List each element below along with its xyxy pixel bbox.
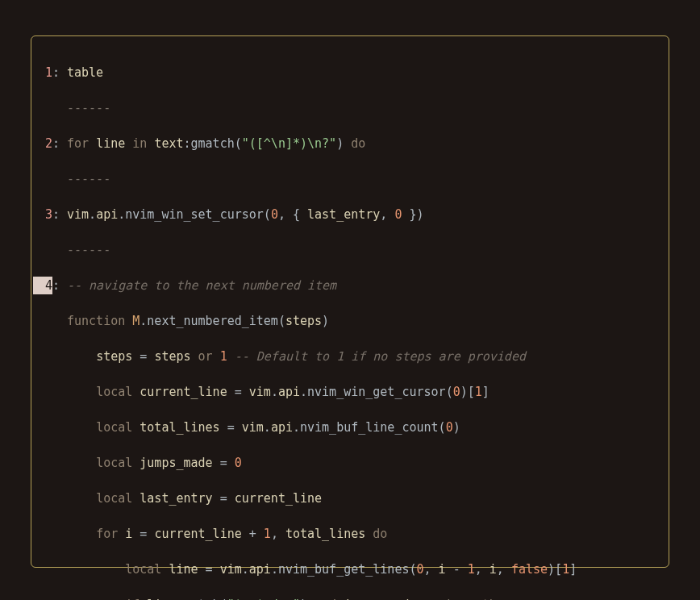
lineno-1: 1: [33, 64, 52, 81]
code-line: local current_line = vim.api.nvim_win_ge…: [64, 383, 490, 401]
dot: .: [293, 420, 300, 435]
comma: ,: [424, 562, 431, 577]
code-line: if line:match("^%s*%d+:") and jumps_made…: [64, 596, 511, 600]
dot: .: [271, 562, 278, 577]
lineno-sep: :: [52, 135, 64, 152]
indent: [67, 385, 96, 399]
code-block[interactable]: 1:table ------ 2:for line in text:gmatch…: [33, 46, 667, 600]
token: table: [67, 65, 103, 80]
entry-2: 2:for line in text:gmatch("([^\n]*)\n?")…: [33, 135, 667, 152]
space: [365, 527, 373, 541]
paren: (: [439, 420, 446, 435]
entry-4-l3: steps = steps or 1 -- Default to 1 if no…: [33, 348, 667, 365]
space: [227, 456, 235, 470]
paren: ): [417, 207, 424, 222]
entry-4-l1: 4:-- navigate to the next numbered item: [33, 277, 667, 294]
lineno-3: 3: [33, 206, 52, 223]
kw-do: do: [373, 527, 387, 541]
lineno-sep: :: [52, 206, 64, 223]
code-line: steps = steps or 1 -- Default to 1 if no…: [64, 348, 526, 365]
space: [256, 527, 264, 541]
ident: vim: [249, 385, 271, 399]
code-line: function M.next_numbered_item(steps): [64, 312, 329, 330]
bracket: ]: [569, 562, 577, 577]
space: [235, 420, 242, 435]
dot: .: [140, 314, 147, 328]
brace: {: [293, 207, 300, 222]
op: :: [184, 136, 191, 151]
fn: nvim_buf_get_lines: [278, 562, 410, 577]
op: =: [235, 385, 242, 399]
space: [132, 349, 140, 364]
ident: current_line: [235, 491, 322, 506]
bracket: [: [468, 385, 475, 399]
ident: api: [249, 562, 271, 577]
paren: ): [548, 562, 555, 577]
kw-local: local: [125, 562, 161, 577]
paren: ): [453, 420, 460, 435]
space: [213, 456, 220, 470]
ident: steps: [154, 349, 190, 364]
comma: ,: [278, 207, 285, 222]
ident: current_line: [140, 385, 227, 399]
fn: nvim_win_get_cursor: [307, 385, 446, 399]
ident: total_lines: [285, 527, 365, 541]
space: [132, 385, 140, 399]
paren: (: [409, 562, 416, 577]
ident: text: [154, 136, 183, 151]
kw-local: local: [96, 385, 132, 399]
code-line: local total_lines = vim.api.nvim_buf_lin…: [64, 419, 460, 436]
ident: last_entry: [140, 491, 212, 506]
op: =: [140, 527, 147, 541]
space: [446, 562, 453, 577]
fn: gmatch: [191, 136, 235, 151]
fn: nvim_win_set_cursor: [125, 207, 264, 222]
dot: .: [264, 420, 271, 435]
num: 0: [417, 562, 424, 577]
space: [242, 527, 249, 541]
kw-local: local: [96, 456, 132, 470]
kw-local: local: [96, 420, 132, 435]
brace: }: [409, 207, 416, 222]
op: +: [249, 527, 256, 541]
comma: ,: [475, 562, 482, 577]
ident: api: [278, 385, 300, 399]
paren: ): [336, 136, 344, 151]
ident: api: [96, 207, 118, 222]
op: =: [220, 491, 227, 506]
entry-4-l8: for i = current_line + 1, total_lines do: [33, 525, 667, 543]
entry-3: 3:vim.api.nvim_win_set_cursor(0, { last_…: [33, 206, 667, 223]
ident: steps: [96, 349, 132, 364]
ident: current_line: [154, 527, 241, 541]
space: [227, 385, 235, 399]
dot: .: [242, 562, 249, 577]
space: [132, 420, 140, 435]
op: =: [140, 349, 147, 364]
comment: -- navigate to the next numbered item: [67, 278, 336, 293]
op: =: [227, 420, 235, 435]
space: [300, 207, 307, 222]
fn: nvim_buf_line_count: [300, 420, 439, 435]
ident: jumps_made: [140, 456, 212, 470]
indent: [67, 491, 96, 506]
code-line: local jumps_made = 0: [64, 454, 242, 472]
kw-in: in: [132, 136, 147, 151]
space: [482, 562, 490, 577]
paren: (: [235, 136, 242, 151]
ident: vim: [242, 420, 264, 435]
lineno-2: 2: [33, 135, 52, 152]
comma: ,: [497, 562, 504, 577]
paren: ): [460, 385, 468, 399]
indent: [67, 349, 96, 364]
space: [132, 491, 140, 506]
lineno-4-current: 4: [33, 277, 52, 294]
space: [132, 456, 140, 470]
space: [125, 314, 132, 328]
code-line: for i = current_line + 1, total_lines do: [64, 525, 387, 543]
comma: ,: [271, 527, 278, 541]
ident: i: [439, 562, 446, 577]
space: [504, 562, 511, 577]
entry-4-l4: local current_line = vim.api.nvim_win_ge…: [33, 383, 667, 401]
space: [278, 527, 285, 541]
space: [242, 385, 249, 399]
